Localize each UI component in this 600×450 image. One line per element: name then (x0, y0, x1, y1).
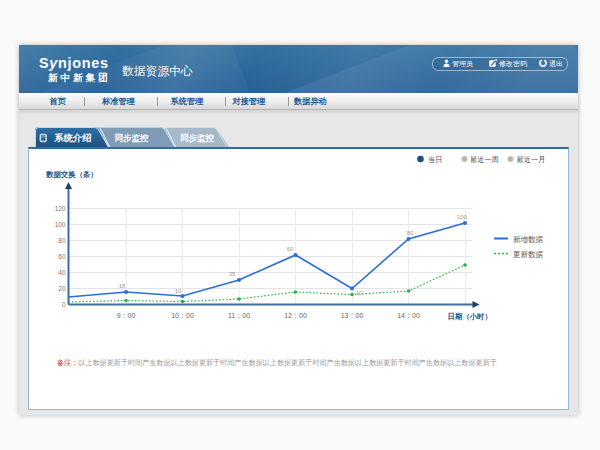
svg-text:当日: 当日 (428, 155, 442, 164)
svg-text:80: 80 (407, 230, 414, 236)
svg-text:日期（小时）: 日期（小时） (448, 312, 492, 321)
svg-text:新增数据: 新增数据 (513, 235, 544, 244)
svg-text:100: 100 (55, 221, 66, 228)
svg-text:系统介绍: 系统介绍 (54, 133, 92, 143)
svg-text:14：00: 14：00 (397, 312, 420, 319)
svg-text:10: 10 (356, 290, 363, 296)
svg-text:11：00: 11：00 (228, 312, 250, 319)
svg-text:0: 0 (62, 301, 66, 308)
svg-text:18: 18 (119, 283, 126, 289)
svg-text:10: 10 (175, 288, 182, 294)
svg-text:备注：以上数据更新于时间产生数据以上数据更新于时间产生数据以: 备注：以上数据更新于时间产生数据以上数据更新于时间产生数据以上数据更新于时间产生… (57, 358, 497, 367)
svg-text:120: 120 (55, 205, 66, 212)
svg-text:最近一月: 最近一月 (517, 155, 546, 164)
svg-text:40: 40 (58, 269, 66, 276)
svg-text:60: 60 (287, 246, 294, 252)
svg-text:最近一周: 最近一周 (470, 155, 499, 164)
svg-text:80: 80 (58, 237, 66, 244)
svg-text:60: 60 (58, 253, 66, 260)
svg-text:9：00: 9：00 (117, 312, 136, 319)
svg-text:同步监控: 同步监控 (115, 133, 150, 143)
svg-text:35: 35 (229, 271, 236, 277)
svg-text:20: 20 (58, 285, 66, 292)
svg-text:更新数据: 更新数据 (513, 250, 544, 259)
svg-text:10：00: 10：00 (171, 312, 194, 319)
svg-text:数据交换（条）: 数据交换（条） (45, 170, 98, 179)
svg-text:同步监控: 同步监控 (180, 133, 215, 143)
svg-text:100: 100 (457, 214, 468, 220)
svg-text:12：00: 12：00 (284, 312, 307, 319)
svg-text:13：00: 13：00 (341, 312, 364, 319)
